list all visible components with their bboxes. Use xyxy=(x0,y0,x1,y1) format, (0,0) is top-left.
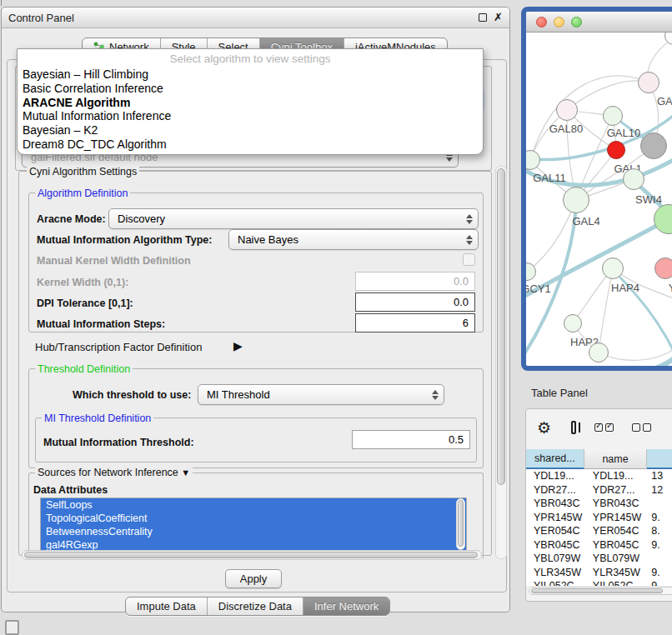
threshold-definition-title: Threshold Definition xyxy=(35,363,133,375)
table-header: shared...name xyxy=(526,449,672,469)
mi-type-combo[interactable]: Naive Bayes xyxy=(228,229,479,250)
aracne-mode-combo[interactable]: Discovery xyxy=(108,208,479,229)
table-cell xyxy=(647,497,672,511)
table-cell: 13 xyxy=(647,469,672,483)
network-node-gal1[interactable] xyxy=(607,141,625,159)
network-node-gal[interactable] xyxy=(638,72,659,93)
algorithm-option[interactable]: ARACNE Algorithm xyxy=(18,96,483,110)
table-cell: YIL052C xyxy=(526,579,584,586)
network-canvas[interactable]: GALGAL80GAL10GAL1GAL11SWI4GAL4GCY1HAP4YH… xyxy=(526,32,672,367)
mi-threshold-field[interactable]: 0.5 xyxy=(352,430,470,449)
table-cell: YIL052C xyxy=(584,579,647,586)
which-threshold-value: MI Threshold xyxy=(198,388,429,401)
gear-icon[interactable]: ⚙ xyxy=(537,418,551,438)
data-attribute-item[interactable]: SelfLoops xyxy=(41,498,466,512)
network-window-titlebar[interactable] xyxy=(526,12,672,32)
network-view-window[interactable]: GALGAL80GAL10GAL1GAL11SWI4GAL4GCY1HAP4YH… xyxy=(521,7,672,371)
table-cell: YLR345W xyxy=(584,566,647,580)
sources-title-text: Sources for Network Inference xyxy=(38,467,178,478)
combo-arrows-icon xyxy=(429,390,444,400)
split-columns-icon[interactable] xyxy=(571,421,576,434)
network-node[interactable] xyxy=(640,132,667,159)
table-row[interactable]: YER054CYER054C8. xyxy=(526,524,672,538)
apply-button[interactable]: Apply xyxy=(225,569,282,588)
table-row[interactable]: YDL19...YDL19...13 xyxy=(526,469,672,483)
network-node[interactable] xyxy=(589,342,609,362)
collapse-arrow-icon[interactable]: ▼ xyxy=(181,468,190,478)
attributes-hscrollbar[interactable] xyxy=(22,550,482,560)
sources-title[interactable]: Sources for Network Inference ▼ xyxy=(35,467,193,478)
dpi-tolerance-label: DPI Tolerance [0,1]: xyxy=(37,298,133,309)
algorithm-option[interactable]: Dream8 DC_TDC Algorithm xyxy=(18,138,483,152)
data-attribute-item[interactable]: BetweennessCentrality xyxy=(41,525,466,538)
dpi-tolerance-field[interactable]: 0.0 xyxy=(355,292,475,312)
table-row[interactable]: YDR27...YDR27...12 xyxy=(526,483,672,498)
network-node-hap2[interactable] xyxy=(564,314,582,332)
data-attributes-list[interactable]: SelfLoopsTopologicalCoefficientBetweenne… xyxy=(40,498,467,551)
table-row[interactable]: YIL052CYIL052C9. xyxy=(526,579,672,586)
table-cell: YDR27... xyxy=(584,483,647,498)
cyni-mode-tabbar: Impute Data Discretize Data Infer Networ… xyxy=(125,597,390,616)
manual-kernel-checkbox[interactable] xyxy=(463,253,475,266)
float-window-icon[interactable] xyxy=(479,13,487,22)
table-row[interactable]: YPR145WYPR145W9. xyxy=(526,511,672,525)
hub-definition-label[interactable]: Hub/Transcription Factor Definition xyxy=(35,341,202,353)
column-header[interactable]: shared... xyxy=(526,449,584,469)
minimize-traffic-icon[interactable] xyxy=(554,17,564,28)
data-attribute-item[interactable]: gal4RGexp xyxy=(41,538,466,551)
network-node-gal80[interactable] xyxy=(556,99,578,121)
attributes-vscrollbar[interactable] xyxy=(456,498,465,550)
settings-vscrollbar[interactable] xyxy=(495,166,507,559)
table-hscrollbar[interactable] xyxy=(529,587,672,595)
close-icon[interactable]: ✗ xyxy=(494,13,503,22)
mi-threshold-label: Mutual Information Threshold: xyxy=(43,437,194,448)
network-node-swi4[interactable] xyxy=(623,168,644,190)
mi-type-value: Naive Bayes xyxy=(229,233,463,246)
table-row[interactable]: YBR045CYBR045C9. xyxy=(526,538,672,552)
algorithm-option[interactable]: Bayesian – K2 xyxy=(18,123,483,138)
tab-impute-data[interactable]: Impute Data xyxy=(126,598,208,615)
algorithm-option[interactable]: Mutual Information Inference xyxy=(18,109,483,123)
table-cell: 9. xyxy=(647,511,672,525)
tab-discretize-data[interactable]: Discretize Data xyxy=(208,598,303,615)
data-attribute-item[interactable]: TopologicalCoefficient xyxy=(41,512,466,525)
mi-steps-label: Mutual Information Steps: xyxy=(37,318,165,330)
manual-kernel-label: Manual Kernel Width Definition xyxy=(37,255,191,267)
table-cell: YPR145W xyxy=(526,511,584,525)
column-header[interactable] xyxy=(647,449,672,469)
node-label: GCY1 xyxy=(526,282,551,295)
docked-panel-icon[interactable] xyxy=(5,620,19,635)
kernel-width-field[interactable]: 0.0 xyxy=(355,272,475,291)
control-panel-titlebar[interactable]: Control Panel ✗ xyxy=(2,8,509,28)
mi-steps-field[interactable]: 6 xyxy=(355,313,475,332)
table-cell: YLR345W xyxy=(526,566,584,580)
column-header[interactable]: name xyxy=(584,449,647,469)
network-node-hap4[interactable] xyxy=(602,258,624,279)
which-threshold-combo[interactable]: MI Threshold xyxy=(198,384,444,405)
table-row[interactable]: YBL079WYBL079W xyxy=(526,552,672,566)
show-columns-icon[interactable] xyxy=(594,423,614,432)
expand-arrow-icon[interactable]: ▶ xyxy=(233,339,243,352)
dropdown-items: Bayesian – Hill ClimbingBasic Correlatio… xyxy=(18,68,483,152)
zoom-traffic-icon[interactable] xyxy=(571,17,582,28)
table-row[interactable]: YBR043CYBR043C xyxy=(526,497,672,511)
node-label: GAL xyxy=(657,95,672,108)
network-node-y[interactable] xyxy=(654,258,672,279)
table-body: YDL19...YDL19...13YDR27...YDR27...12YBR0… xyxy=(526,469,672,586)
table-cell: YDL19... xyxy=(526,469,584,483)
algorithm-option[interactable]: Bayesian – Hill Climbing xyxy=(18,68,483,82)
tab-infer-network[interactable]: Infer Network xyxy=(303,598,389,615)
algorithm-option[interactable]: Basic Correlation Inference xyxy=(18,82,483,96)
table-panel-title: Table Panel xyxy=(531,387,588,399)
table-cell: YBR045C xyxy=(526,538,584,552)
close-traffic-icon[interactable] xyxy=(536,17,547,28)
node-label: HAP4 xyxy=(611,282,639,294)
hide-columns-icon[interactable] xyxy=(632,423,651,432)
mi-type-label: Mutual Information Algorithm Type: xyxy=(37,234,212,246)
table-cell: YBR045C xyxy=(584,538,647,552)
table-row[interactable]: YLR345WYLR345W9. xyxy=(526,566,672,580)
control-panel-title: Control Panel xyxy=(8,12,74,24)
network-node-gal4[interactable] xyxy=(563,187,589,213)
combo-arrows-icon xyxy=(463,214,478,224)
network-node-gal10[interactable] xyxy=(603,106,623,126)
